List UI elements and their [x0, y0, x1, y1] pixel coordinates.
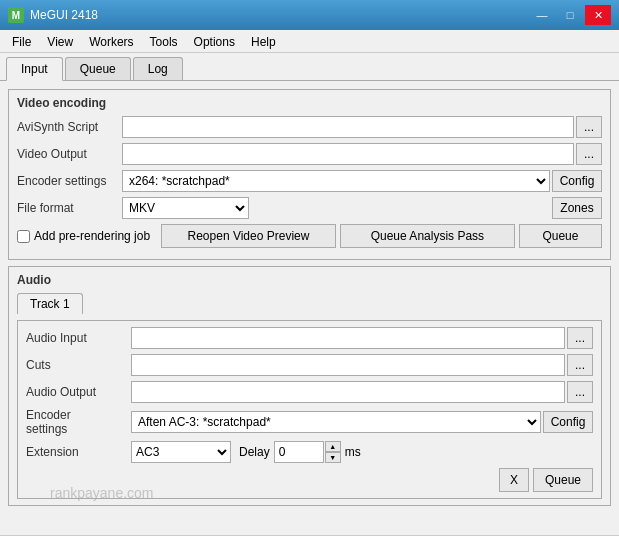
track1-tab[interactable]: Track 1	[17, 293, 83, 314]
actions-row: Add pre-rendering job Reopen Video Previ…	[17, 224, 602, 248]
app-icon: M	[8, 7, 24, 23]
delay-down-button[interactable]: ▼	[325, 452, 341, 463]
avisynth-input[interactable]	[122, 116, 574, 138]
menu-item-view[interactable]: View	[39, 32, 81, 52]
title-bar: M MeGUI 2418 — □ ✕	[0, 0, 619, 30]
audio-encoder-select[interactable]: Aften AC-3: *scratchpad*	[131, 411, 541, 433]
reopen-video-preview-button[interactable]: Reopen Video Preview	[161, 224, 336, 248]
tab-queue[interactable]: Queue	[65, 57, 131, 80]
audio-output-label: Audio Output	[26, 385, 131, 399]
extension-select[interactable]: AC3 MP3 AAC	[131, 441, 231, 463]
window-title: MeGUI 2418	[30, 8, 98, 22]
cuts-label: Cuts	[26, 358, 131, 372]
audio-queue-button[interactable]: Queue	[533, 468, 593, 492]
title-bar-left: M MeGUI 2418	[8, 7, 98, 23]
audio-actions-row: X Queue	[26, 468, 593, 492]
audio-input-row: Audio Input ...	[26, 327, 593, 349]
audio-tabs: Track 1	[17, 293, 602, 314]
audio-section: Audio Track 1 Audio Input ... Cuts ... A…	[8, 266, 611, 506]
pre-rendering-checkbox-label[interactable]: Add pre-rendering job	[17, 229, 157, 243]
video-queue-button[interactable]: Queue	[519, 224, 602, 248]
file-format-select[interactable]: MKV MP4 AVI	[122, 197, 249, 219]
zones-button[interactable]: Zones	[552, 197, 602, 219]
menu-item-options[interactable]: Options	[186, 32, 243, 52]
menu-item-tools[interactable]: Tools	[142, 32, 186, 52]
avisynth-row: AviSynth Script ...	[17, 116, 602, 138]
delay-up-button[interactable]: ▲	[325, 441, 341, 452]
tab-input[interactable]: Input	[6, 57, 63, 81]
audio-config-button[interactable]: Config	[543, 411, 593, 433]
x-button[interactable]: X	[499, 468, 529, 492]
audio-output-row: Audio Output ...	[26, 381, 593, 403]
main-content: Video encoding AviSynth Script ... Video…	[0, 81, 619, 535]
tab-log[interactable]: Log	[133, 57, 183, 80]
cuts-row: Cuts ...	[26, 354, 593, 376]
encoder-config-button[interactable]: Config	[552, 170, 602, 192]
video-output-input[interactable]	[122, 143, 574, 165]
extension-delay-row: Extension AC3 MP3 AAC Delay ▲ ▼ ms	[26, 441, 593, 463]
extension-label: Extension	[26, 445, 131, 459]
file-format-row: File format MKV MP4 AVI Zones	[17, 197, 602, 219]
ms-label: ms	[345, 445, 361, 459]
close-button[interactable]: ✕	[585, 5, 611, 25]
audio-section-title: Audio	[17, 273, 602, 287]
file-format-label: File format	[17, 201, 122, 215]
avisynth-browse-button[interactable]: ...	[576, 116, 602, 138]
audio-encoder-row: Encodersettings Aften AC-3: *scratchpad*…	[26, 408, 593, 436]
video-output-row: Video Output ...	[17, 143, 602, 165]
cuts-input[interactable]	[131, 354, 565, 376]
pre-rendering-checkbox[interactable]	[17, 230, 30, 243]
video-output-browse-button[interactable]: ...	[576, 143, 602, 165]
avisynth-label: AviSynth Script	[17, 120, 122, 134]
encoder-settings-select[interactable]: x264: *scratchpad*	[122, 170, 550, 192]
queue-analysis-pass-button[interactable]: Queue Analysis Pass	[340, 224, 515, 248]
audio-encoder-label: Encodersettings	[26, 408, 131, 436]
menu-bar: FileViewWorkersToolsOptionsHelp	[0, 30, 619, 53]
delay-input[interactable]	[274, 441, 324, 463]
menu-item-file[interactable]: File	[4, 32, 39, 52]
menu-item-help[interactable]: Help	[243, 32, 284, 52]
video-encoding-section: Video encoding AviSynth Script ... Video…	[8, 89, 611, 260]
delay-spinner: ▲ ▼	[325, 441, 341, 463]
audio-input-field[interactable]	[131, 327, 565, 349]
audio-input-label: Audio Input	[26, 331, 131, 345]
video-output-label: Video Output	[17, 147, 122, 161]
maximize-button[interactable]: □	[557, 5, 583, 25]
audio-input-browse-button[interactable]: ...	[567, 327, 593, 349]
audio-inner-section: Audio Input ... Cuts ... Audio Output ..…	[17, 320, 602, 499]
encoder-settings-label: Encoder settings	[17, 174, 122, 188]
menu-item-workers[interactable]: Workers	[81, 32, 141, 52]
audio-output-browse-button[interactable]: ...	[567, 381, 593, 403]
tabs-bar: InputQueueLog	[0, 53, 619, 81]
audio-output-input[interactable]	[131, 381, 565, 403]
video-encoding-title: Video encoding	[17, 96, 602, 110]
delay-label: Delay	[239, 445, 270, 459]
encoder-settings-row: Encoder settings x264: *scratchpad* Conf…	[17, 170, 602, 192]
minimize-button[interactable]: —	[529, 5, 555, 25]
cuts-browse-button[interactable]: ...	[567, 354, 593, 376]
title-buttons: — □ ✕	[529, 5, 611, 25]
